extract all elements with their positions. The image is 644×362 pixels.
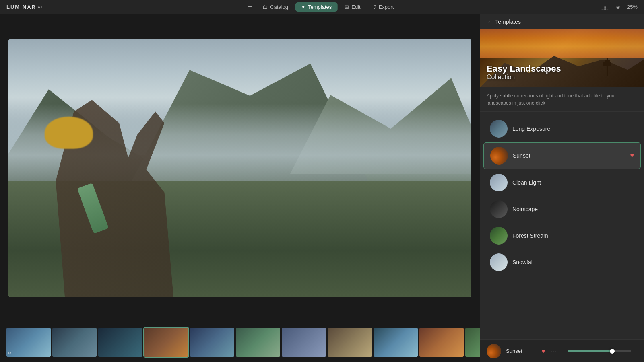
main-photo — [8, 39, 471, 297]
panel-title: Templates — [495, 19, 521, 25]
bottom-bar: Sunset ♥ ··· — [480, 339, 644, 362]
film-overlay-icon-1: ⊙ — [8, 351, 11, 355]
nav-export[interactable]: ⤴ Export — [368, 2, 400, 12]
filmstrip-thumb-11[interactable] — [465, 328, 480, 357]
nav-templates[interactable]: ✦ Templates — [295, 2, 337, 12]
main-layout: ⊙ ‹ Templates E — [0, 14, 644, 362]
photo-background — [8, 39, 471, 297]
logo-sup: AI — [38, 5, 43, 9]
back-button[interactable]: ‹ — [487, 16, 492, 27]
collection-description: Apply subtle corrections of light and to… — [480, 87, 644, 112]
right-panel: ‹ Templates Easy Landscapes Collection A… — [480, 14, 644, 362]
view-mode-icon[interactable] — [601, 4, 609, 11]
preview-icon[interactable] — [616, 4, 621, 11]
bottom-active-thumb — [487, 344, 501, 358]
filmstrip-thumb-8[interactable] — [328, 328, 372, 357]
filmstrip-thumb-2[interactable] — [52, 328, 97, 357]
nav-catalog[interactable]: 🗂 Catalog — [257, 2, 294, 12]
filmstrip-thumb-9[interactable] — [374, 328, 418, 357]
zoom-level: 25% — [627, 4, 638, 10]
slider-thumb[interactable] — [610, 349, 615, 354]
photo-viewer — [0, 14, 480, 322]
template-thumb-clean-light — [490, 174, 508, 191]
filmstrip-thumb-3[interactable] — [98, 328, 142, 357]
template-name-clean-light: Clean Light — [512, 179, 624, 186]
topbar: LUMINAR AI + 🗂 Catalog ✦ Templates ⊞ Edi… — [0, 0, 644, 14]
template-thumb-noirscape — [490, 200, 508, 218]
filmstrip-thumb-7[interactable] — [282, 328, 326, 357]
template-name-long-exposure: Long Exposure — [512, 125, 624, 132]
template-name-snowfall: Snowfall — [512, 259, 624, 265]
bottom-slider[interactable] — [568, 350, 631, 352]
export-icon: ⤴ — [374, 4, 376, 10]
photo-hat — [45, 117, 93, 149]
collection-name: Easy Landscapes — [487, 64, 561, 74]
banner-text: Easy Landscapes Collection — [487, 64, 561, 81]
bottom-more-button[interactable]: ··· — [550, 347, 556, 355]
bottom-heart-button[interactable]: ♥ — [541, 348, 545, 355]
bottom-slider-container — [561, 350, 638, 352]
add-button[interactable]: + — [245, 3, 256, 11]
template-name-forest-stream: Forest Stream — [512, 232, 624, 239]
filmstrip-thumb-10[interactable] — [419, 328, 464, 357]
edit-icon: ⊞ — [345, 4, 349, 10]
template-thumb-forest-stream — [490, 227, 508, 245]
template-item-forest-stream[interactable]: Forest Stream ♡ — [483, 223, 641, 249]
nav-edit[interactable]: ⊞ Edit — [339, 2, 366, 12]
template-item-sunset[interactable]: Sunset ♥ — [483, 142, 641, 169]
banner-sky — [480, 29, 644, 58]
template-item-noirscape[interactable]: Noirscape ♡ — [483, 196, 641, 222]
nav-center: + 🗂 Catalog ✦ Templates ⊞ Edit ⤴ Export — [245, 2, 400, 12]
template-thumb-snowfall — [490, 253, 508, 271]
collection-subtitle: Collection — [487, 74, 561, 81]
template-name-sunset: Sunset — [513, 152, 625, 159]
logo-text: LUMINAR — [6, 4, 36, 10]
app-logo: LUMINAR AI — [6, 4, 43, 10]
template-thumb-sunset — [490, 147, 508, 165]
filmstrip-thumb-5[interactable] — [190, 328, 234, 357]
nav-right: 25% — [601, 4, 638, 11]
template-item-long-exposure[interactable]: Long Exposure ♡ — [483, 116, 641, 142]
collection-desc-text: Apply subtle corrections of light and to… — [487, 93, 616, 106]
filmstrip-thumb-6[interactable] — [236, 328, 280, 357]
template-item-clean-light[interactable]: Clean Light ♡ — [483, 170, 641, 195]
center-area: ⊙ — [0, 14, 480, 362]
templates-icon: ✦ — [301, 4, 305, 10]
filmstrip-thumb-1[interactable]: ⊙ — [6, 328, 51, 357]
folder-icon: 🗂 — [262, 4, 268, 10]
collection-banner: Easy Landscapes Collection — [480, 29, 644, 87]
panel-header: ‹ Templates — [480, 14, 644, 29]
template-item-snowfall[interactable]: Snowfall ♡ — [483, 249, 641, 275]
template-thumb-long-exposure — [490, 120, 508, 138]
template-list: Long Exposure ♡ Sunset ♥ Clean Light ♡ N… — [480, 112, 644, 339]
bottom-active-label: Sunset — [506, 348, 537, 354]
template-heart-sunset[interactable]: ♥ — [630, 152, 634, 159]
filmstrip-thumb-4[interactable] — [144, 328, 188, 357]
filmstrip: ⊙ — [0, 322, 480, 362]
template-name-noirscape: Noirscape — [512, 206, 624, 212]
